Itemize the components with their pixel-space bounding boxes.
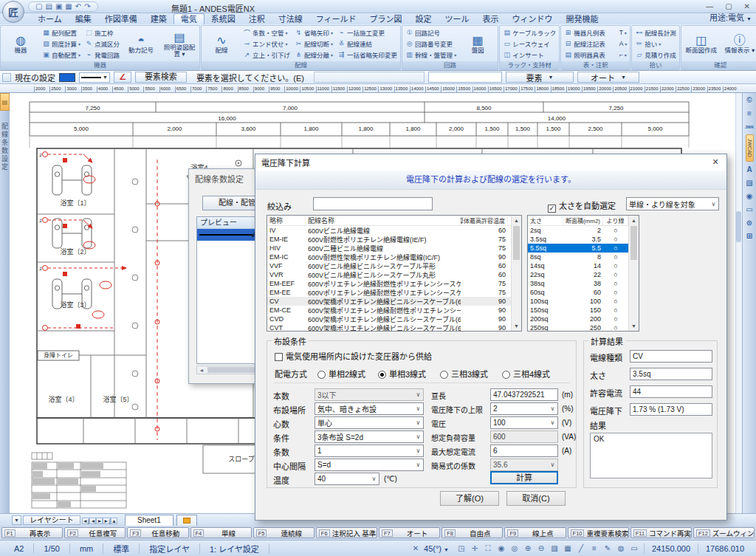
- status-tool-icon[interactable]: ⊖: [536, 543, 546, 554]
- column-header[interactable]: 略称: [267, 216, 306, 225]
- element-mode-dropdown[interactable]: 要素▼: [506, 72, 574, 83]
- cable-type-list[interactable]: 略称配線名称導体最高許容温度 IV600Vビニル絶縁電線60EM-IE600V耐…: [267, 215, 522, 332]
- size-row[interactable]: 38sq38○: [528, 279, 639, 288]
- info-display-button[interactable]: ⓘ情報表示 ▾: [721, 26, 756, 61]
- tab-設定[interactable]: 設定: [408, 14, 438, 24]
- size-row[interactable]: 250sq250○: [528, 323, 639, 332]
- status-tool-icon[interactable]: ⊕: [523, 543, 533, 554]
- cond-select-r1[interactable]: 2∨: [490, 402, 558, 415]
- wire-target-dropdown[interactable]: 単線・より線を対象∨: [626, 197, 719, 210]
- dimension-tool-button[interactable]: ⌐▾: [608, 49, 629, 61]
- cable-rack-button[interactable]: ▤ケーブルラック: [501, 27, 557, 38]
- filter-input[interactable]: [313, 197, 433, 210]
- cond-select-r5[interactable]: 35.6∨: [490, 459, 558, 471]
- sheet-nav-button[interactable]: ▲: [111, 518, 117, 524]
- size-row[interactable]: 5.5sq5.5○: [528, 244, 639, 253]
- angle-tool-button[interactable]: ∠: [114, 72, 131, 83]
- status-field-0[interactable]: A2: [4, 544, 33, 553]
- batch-construction-change-button[interactable]: ⌁一括施工変更: [336, 27, 399, 38]
- panel-toggle-icon[interactable]: [2, 73, 11, 82]
- wire-separate-button[interactable]: ⋔配線分離▾: [293, 49, 334, 61]
- size-row[interactable]: 60sq60○: [528, 288, 639, 297]
- column-header[interactable]: 配線名称: [306, 216, 461, 225]
- method-radio-4[interactable]: 三相4線式: [502, 368, 550, 380]
- wire-cut-button[interactable]: ✂配線切断▾: [293, 38, 334, 49]
- cond-input-r3[interactable]: 600: [490, 430, 558, 443]
- cable-row[interactable]: EM-CE600V架橋ポリエチレン絶縁耐燃性ポリエチレンシースケーブル...90: [267, 306, 521, 315]
- scrollbar-thumb[interactable]: [630, 226, 637, 260]
- array-placement-button[interactable]: ▦配列配置: [41, 27, 82, 38]
- status-field-4[interactable]: 指定レイヤ: [140, 543, 199, 555]
- cable-row[interactable]: EM-IE600V耐燃性ポリエチレン絶縁電線(IE/F)75: [267, 235, 521, 244]
- undo-icon[interactable]: ↶: [75, 2, 81, 11]
- result-value-3[interactable]: 1.73 % (1.73 V): [630, 403, 712, 416]
- usage-selector[interactable]: 用途:電気 ▼: [709, 13, 752, 24]
- status-tool-icon[interactable]: ▨: [549, 543, 560, 554]
- app-logo[interactable]: 匠: [2, 1, 24, 23]
- cond-select-1[interactable]: 気中、暗きょ布設∨: [315, 402, 424, 415]
- result-value-2[interactable]: 44: [630, 385, 712, 398]
- jwk-icon[interactable]: JWK: [743, 121, 755, 132]
- auto-placement-button[interactable]: ▣自動配置▾: [41, 49, 82, 61]
- angle-setting[interactable]: 45(°) ▼: [421, 544, 452, 553]
- fkey-f6[interactable]: F6注釈記入 基準指定: [316, 527, 377, 538]
- size-row[interactable]: 3.5sq3.5○: [528, 235, 639, 244]
- cable-row[interactable]: HIV600V二種ビニル絶縁電線75: [267, 244, 521, 253]
- tab-作図準備[interactable]: 作図準備: [98, 14, 144, 24]
- list-vertical-scrollbar[interactable]: ▲ ▼: [628, 216, 639, 331]
- method-radio-2[interactable]: 単相3線式: [378, 368, 426, 380]
- cable-row[interactable]: CVT600V架橋ポリエチレン絶縁ビニルシースケーブル(600V/CV)(...…: [267, 323, 521, 332]
- fkey-f7[interactable]: F7オート: [379, 527, 440, 538]
- status-tool-icon[interactable]: ✎: [602, 543, 613, 554]
- cable-row[interactable]: VVF600Vビニル絶縁ビニルシースケーブル平形60: [267, 261, 521, 270]
- result-value-1[interactable]: 3.5sq: [630, 368, 712, 380]
- ok-button[interactable]: 了解(O): [440, 491, 499, 506]
- tab-注釈[interactable]: 注釈: [242, 14, 272, 24]
- method-radio-1[interactable]: 単相2線式: [317, 368, 365, 380]
- tab-編集[interactable]: 編集: [69, 14, 98, 24]
- method-radio-3[interactable]: 三相3線式: [440, 368, 488, 380]
- cable-row[interactable]: CVD600V架橋ポリエチレン絶縁ビニルシースケーブル(600V/CV)(...…: [267, 315, 521, 323]
- pickup-button[interactable]: ✏拾い▾: [633, 38, 678, 49]
- list-vertical-scrollbar[interactable]: ▲ ▼: [511, 216, 521, 331]
- size-row[interactable]: 2sq2○: [528, 226, 639, 235]
- copyright-icon[interactable]: ©: [743, 95, 755, 106]
- construction-frame-button[interactable]: ⬚施工枠: [83, 27, 121, 38]
- cable-row[interactable]: EM-IC600V耐燃性架橋ポリエチレン絶縁電線(IC/F)90: [267, 253, 521, 261]
- tab-ホーム[interactable]: ホーム: [31, 14, 69, 24]
- cable-row[interactable]: IV600Vビニル絶縁電線60: [267, 226, 521, 235]
- power-symbol-button[interactable]: ◓動力記号: [123, 26, 159, 61]
- status-tool-icon[interactable]: ◳: [456, 543, 467, 554]
- wire-length-measure-button[interactable]: ⊷配線長計測: [633, 27, 678, 38]
- sheet-nav-button[interactable]: ◄|: [82, 518, 90, 524]
- tab-プラン図[interactable]: プラン図: [362, 14, 408, 24]
- cond-select-2[interactable]: 単心∨: [315, 416, 424, 429]
- close-button[interactable]: ✕: [744, 1, 750, 11]
- fkey-f1[interactable]: F1再表示: [1, 527, 63, 538]
- zoom-tool-icon[interactable]: ⊙: [743, 217, 755, 228]
- cond-select-4[interactable]: 1∨: [315, 445, 424, 457]
- circuit-symbol-button[interactable]: ①回路記号: [404, 27, 458, 38]
- minimize-button[interactable]: —: [706, 1, 713, 11]
- tab-開発機能[interactable]: 開発機能: [559, 14, 605, 24]
- value-input[interactable]: [428, 72, 502, 83]
- line-style-dropdown[interactable]: ▼: [79, 72, 110, 83]
- font-tool-icon[interactable]: A: [743, 164, 755, 175]
- wire-connect-button[interactable]: ≚配線連結: [336, 38, 399, 49]
- status-tool-icon[interactable]: ≡: [589, 543, 599, 554]
- fkey-f2[interactable]: F2任意複写: [64, 527, 126, 538]
- column-header[interactable]: 導体最高許容温度: [461, 216, 508, 225]
- strand-count-conduit-button[interactable]: ⌒条数・空管▾: [241, 27, 292, 38]
- status-tool-icon[interactable]: ╱: [576, 543, 586, 554]
- status-field-5[interactable]: 1: レイヤ設定: [200, 543, 269, 555]
- scrollbar-thumb[interactable]: [513, 226, 520, 260]
- new-file-icon[interactable]: ▢: [35, 2, 42, 11]
- sheet-tab-new[interactable]: [176, 515, 197, 526]
- cable-row[interactable]: VVR600Vビニル絶縁ビニルシースケーブル丸形60: [267, 270, 521, 279]
- wire-size-list[interactable]: 太さ断面積(mm2)より線 2sq2○3.5sq3.5○5.5sq5.5○8sq…: [527, 215, 639, 332]
- size-row[interactable]: 100sq100○: [528, 297, 639, 306]
- status-tool-icon[interactable]: ◉: [496, 543, 506, 554]
- fkey-f9[interactable]: F9線上点: [504, 527, 566, 538]
- element-search-button[interactable]: 要素検索: [135, 72, 187, 83]
- insert-button[interactable]: ◫インサート: [501, 49, 557, 61]
